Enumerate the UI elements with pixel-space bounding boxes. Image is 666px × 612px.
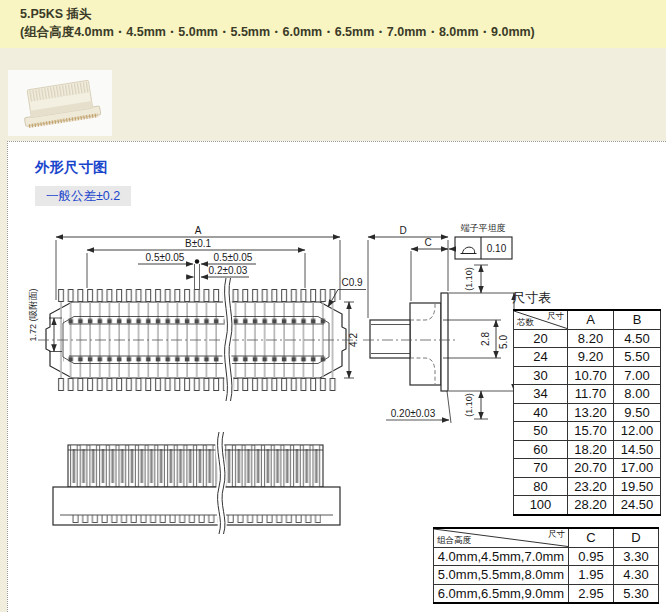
table-row: 8023.2019.50 bbox=[514, 477, 661, 496]
value-cell: 9.20 bbox=[568, 348, 614, 367]
value-cell: 18.20 bbox=[568, 440, 614, 459]
row-label-cell: 40 bbox=[514, 403, 568, 422]
row-label-cell: 60 bbox=[514, 440, 568, 459]
value-cell: 10.70 bbox=[568, 366, 614, 385]
size-table: 尺寸 芯数 A B 208.204.50 249.205.50 3010.707… bbox=[513, 309, 661, 516]
table-row: 5.0mm,5.5mm,8.0mm1.954.30 bbox=[434, 566, 659, 585]
value-cell: 5.50 bbox=[614, 348, 661, 367]
row-label-cell: 30 bbox=[514, 366, 568, 385]
value-cell: 24.50 bbox=[614, 496, 661, 515]
col-header-b: B bbox=[614, 310, 661, 329]
value-cell: 1.95 bbox=[569, 566, 614, 585]
table-row: 6018.2014.50 bbox=[514, 440, 661, 459]
table-row: 3010.707.00 bbox=[514, 366, 661, 385]
value-cell: 23.20 bbox=[568, 477, 614, 496]
value-cell: 17.00 bbox=[614, 459, 661, 478]
table-row: 6.0mm,6.5mm,9.0mm2.955.30 bbox=[434, 584, 659, 603]
table-row: 7020.7017.00 bbox=[514, 459, 661, 478]
col-header-d: D bbox=[614, 528, 659, 547]
col-header-a: A bbox=[568, 310, 614, 329]
datasheet-page: { "header": { "title": "5.P5KS 插头", "sub… bbox=[0, 0, 666, 612]
value-cell: 19.50 bbox=[614, 477, 661, 496]
value-cell: 28.20 bbox=[568, 496, 614, 515]
value-cell: 12.00 bbox=[614, 422, 661, 441]
row-label-cell: 4.0mm,4.5mm,7.0mm bbox=[434, 547, 569, 566]
table-row: 208.204.50 bbox=[514, 329, 661, 348]
value-cell: 20.70 bbox=[568, 459, 614, 478]
height-table: 尺寸 组合高度 C D 4.0mm,4.5mm,7.0mm0.953.30 5.… bbox=[433, 527, 659, 604]
table-row: 4.0mm,4.5mm,7.0mm0.953.30 bbox=[434, 547, 659, 566]
page-subtitle: (组合高度4.0mm・4.5mm・5.0mm・5.5mm・6.0mm・6.5mm… bbox=[20, 24, 535, 41]
row-label-cell: 100 bbox=[514, 496, 568, 515]
value-cell: 8.00 bbox=[614, 385, 661, 404]
row-label-cell: 6.0mm,6.5mm,9.0mm bbox=[434, 584, 569, 603]
row-label-cell: 70 bbox=[514, 459, 568, 478]
row-label-cell: 80 bbox=[514, 477, 568, 496]
connector-photo-image bbox=[8, 70, 112, 136]
table-header-row: 尺寸 组合高度 C D bbox=[434, 528, 659, 547]
page-title: 5.P5KS 插头 bbox=[20, 6, 92, 23]
tolerance-chip: 一般公差±0.2 bbox=[35, 186, 131, 206]
diagonal-header-cell: 尺寸 组合高度 bbox=[434, 528, 569, 547]
diag-bottom-label: 组合高度 bbox=[437, 535, 471, 547]
value-cell: 15.70 bbox=[568, 422, 614, 441]
value-cell: 13.20 bbox=[568, 403, 614, 422]
connector-photo bbox=[8, 70, 112, 136]
value-cell: 14.50 bbox=[614, 440, 661, 459]
col-header-c: C bbox=[569, 528, 614, 547]
value-cell: 4.30 bbox=[614, 566, 659, 585]
diag-top-label: 尺寸 bbox=[547, 311, 564, 323]
size-table-title: 尺寸表 bbox=[512, 289, 551, 307]
row-label-cell: 50 bbox=[514, 422, 568, 441]
value-cell: 11.70 bbox=[568, 385, 614, 404]
diag-top-label: 尺寸 bbox=[548, 529, 565, 541]
table-row: 249.205.50 bbox=[514, 348, 661, 367]
table-row: 10028.2024.50 bbox=[514, 496, 661, 515]
table-row: 4013.209.50 bbox=[514, 403, 661, 422]
row-label-cell: 34 bbox=[514, 385, 568, 404]
row-label-cell: 24 bbox=[514, 348, 568, 367]
row-label-cell: 5.0mm,5.5mm,8.0mm bbox=[434, 566, 569, 585]
table-row: 3411.708.00 bbox=[514, 385, 661, 404]
value-cell: 3.30 bbox=[614, 547, 659, 566]
diag-bottom-label: 芯数 bbox=[517, 317, 534, 329]
value-cell: 7.00 bbox=[614, 366, 661, 385]
table-header-row: 尺寸 芯数 A B bbox=[514, 310, 661, 329]
row-label-cell: 20 bbox=[514, 329, 568, 348]
value-cell: 8.20 bbox=[568, 329, 614, 348]
header-band: 5.P5KS 插头 (组合高度4.0mm・4.5mm・5.0mm・5.5mm・6… bbox=[0, 0, 666, 48]
value-cell: 2.95 bbox=[569, 584, 614, 603]
diagonal-header-cell: 尺寸 芯数 bbox=[514, 310, 568, 329]
section-title: 外形尺寸图 bbox=[35, 158, 108, 177]
value-cell: 4.50 bbox=[614, 329, 661, 348]
value-cell: 9.50 bbox=[614, 403, 661, 422]
table-row: 5015.7012.00 bbox=[514, 422, 661, 441]
value-cell: 5.30 bbox=[614, 584, 659, 603]
value-cell: 0.95 bbox=[569, 547, 614, 566]
